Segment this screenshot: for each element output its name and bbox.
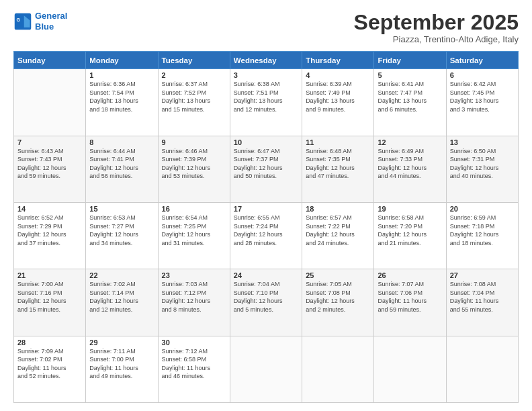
day-number: 21: [17, 271, 82, 279]
day-info: Sunrise: 6:52 AM Sunset: 7:29 PM Dayligh…: [17, 214, 82, 247]
table-row: [302, 336, 374, 402]
table-row: 23Sunrise: 7:03 AM Sunset: 7:12 PM Dayli…: [158, 269, 230, 336]
day-number: 23: [162, 271, 226, 279]
table-row: 29Sunrise: 7:11 AM Sunset: 7:00 PM Dayli…: [86, 336, 158, 402]
day-number: 24: [234, 271, 298, 279]
header: G General Blue September 2025 Piazza, Tr…: [13, 11, 519, 44]
table-row: 12Sunrise: 6:49 AM Sunset: 7:33 PM Dayli…: [374, 136, 446, 202]
table-row: [14, 69, 86, 136]
calendar-table: Sunday Monday Tuesday Wednesday Thursday…: [13, 51, 519, 403]
day-info: Sunrise: 7:05 AM Sunset: 7:08 PM Dayligh…: [306, 280, 370, 314]
table-row: 27Sunrise: 7:08 AM Sunset: 7:04 PM Dayli…: [446, 269, 518, 336]
day-number: 10: [234, 138, 298, 146]
day-info: Sunrise: 6:48 AM Sunset: 7:35 PM Dayligh…: [306, 147, 370, 181]
day-info: Sunrise: 6:44 AM Sunset: 7:41 PM Dayligh…: [89, 147, 154, 181]
day-info: Sunrise: 7:02 AM Sunset: 7:14 PM Dayligh…: [89, 280, 154, 314]
day-number: 9: [162, 138, 226, 146]
day-info: Sunrise: 7:03 AM Sunset: 7:12 PM Dayligh…: [162, 280, 226, 314]
day-number: 11: [306, 138, 370, 146]
day-number: 18: [306, 205, 370, 213]
col-friday: Friday: [374, 52, 446, 69]
table-row: 4Sunrise: 6:39 AM Sunset: 7:49 PM Daylig…: [302, 69, 374, 136]
table-row: 28Sunrise: 7:09 AM Sunset: 7:02 PM Dayli…: [14, 336, 86, 402]
table-row: [230, 336, 302, 402]
table-row: 9Sunrise: 6:46 AM Sunset: 7:39 PM Daylig…: [158, 136, 230, 202]
day-info: Sunrise: 6:53 AM Sunset: 7:27 PM Dayligh…: [89, 214, 154, 247]
logo-line1: General: [35, 11, 67, 21]
day-number: 1: [89, 71, 154, 79]
day-number: 22: [89, 271, 154, 279]
day-info: Sunrise: 6:47 AM Sunset: 7:37 PM Dayligh…: [234, 147, 298, 181]
col-tuesday: Tuesday: [158, 52, 230, 69]
day-number: 13: [450, 138, 515, 146]
day-info: Sunrise: 7:04 AM Sunset: 7:10 PM Dayligh…: [234, 280, 298, 314]
day-info: Sunrise: 7:11 AM Sunset: 7:00 PM Dayligh…: [89, 347, 154, 381]
table-row: 1Sunrise: 6:36 AM Sunset: 7:54 PM Daylig…: [86, 69, 158, 136]
day-info: Sunrise: 6:43 AM Sunset: 7:43 PM Dayligh…: [17, 147, 82, 181]
table-row: 15Sunrise: 6:53 AM Sunset: 7:27 PM Dayli…: [86, 202, 158, 269]
col-wednesday: Wednesday: [230, 52, 302, 69]
day-number: 8: [89, 138, 154, 146]
day-info: Sunrise: 6:55 AM Sunset: 7:24 PM Dayligh…: [234, 214, 298, 247]
col-sunday: Sunday: [14, 52, 86, 69]
location-subtitle: Piazza, Trentino-Alto Adige, Italy: [354, 34, 519, 44]
day-number: 2: [162, 71, 226, 79]
logo-icon: G: [13, 12, 32, 31]
table-row: [374, 336, 446, 402]
table-row: 21Sunrise: 7:00 AM Sunset: 7:16 PM Dayli…: [14, 269, 86, 336]
table-row: 14Sunrise: 6:52 AM Sunset: 7:29 PM Dayli…: [14, 202, 86, 269]
day-number: 20: [450, 205, 515, 213]
table-row: 2Sunrise: 6:37 AM Sunset: 7:52 PM Daylig…: [158, 69, 230, 136]
day-number: 5: [378, 71, 442, 79]
col-monday: Monday: [86, 52, 158, 69]
table-row: 16Sunrise: 6:54 AM Sunset: 7:25 PM Dayli…: [158, 202, 230, 269]
table-row: [446, 336, 518, 402]
day-number: 6: [450, 71, 515, 79]
day-number: 29: [89, 338, 154, 347]
table-row: 6Sunrise: 6:42 AM Sunset: 7:45 PM Daylig…: [446, 69, 518, 136]
day-info: Sunrise: 7:00 AM Sunset: 7:16 PM Dayligh…: [17, 280, 82, 314]
day-info: Sunrise: 6:59 AM Sunset: 7:18 PM Dayligh…: [450, 214, 515, 247]
table-row: 30Sunrise: 7:12 AM Sunset: 6:58 PM Dayli…: [158, 336, 230, 402]
day-number: 19: [378, 205, 442, 213]
table-row: 8Sunrise: 6:44 AM Sunset: 7:41 PM Daylig…: [86, 136, 158, 202]
day-number: 26: [378, 271, 442, 279]
day-info: Sunrise: 6:38 AM Sunset: 7:51 PM Dayligh…: [234, 80, 298, 113]
day-number: 25: [306, 271, 370, 279]
day-number: 3: [234, 71, 298, 79]
day-info: Sunrise: 6:49 AM Sunset: 7:33 PM Dayligh…: [378, 147, 442, 181]
day-info: Sunrise: 6:57 AM Sunset: 7:22 PM Dayligh…: [306, 214, 370, 247]
day-number: 15: [89, 205, 154, 213]
table-row: 3Sunrise: 6:38 AM Sunset: 7:51 PM Daylig…: [230, 69, 302, 136]
day-info: Sunrise: 7:08 AM Sunset: 7:04 PM Dayligh…: [450, 280, 515, 314]
table-row: 13Sunrise: 6:50 AM Sunset: 7:31 PM Dayli…: [446, 136, 518, 202]
page: G General Blue September 2025 Piazza, Tr…: [0, 0, 532, 411]
table-row: 26Sunrise: 7:07 AM Sunset: 7:06 PM Dayli…: [374, 269, 446, 336]
day-info: Sunrise: 6:46 AM Sunset: 7:39 PM Dayligh…: [162, 147, 226, 181]
day-number: 28: [17, 338, 82, 347]
day-info: Sunrise: 6:36 AM Sunset: 7:54 PM Dayligh…: [89, 80, 154, 113]
day-number: 17: [234, 205, 298, 213]
table-row: 18Sunrise: 6:57 AM Sunset: 7:22 PM Dayli…: [302, 202, 374, 269]
day-info: Sunrise: 6:39 AM Sunset: 7:49 PM Dayligh…: [306, 80, 370, 113]
day-number: 12: [378, 138, 442, 146]
day-info: Sunrise: 6:50 AM Sunset: 7:31 PM Dayligh…: [450, 147, 515, 181]
day-number: 14: [17, 205, 82, 213]
table-row: 5Sunrise: 6:41 AM Sunset: 7:47 PM Daylig…: [374, 69, 446, 136]
table-row: 20Sunrise: 6:59 AM Sunset: 7:18 PM Dayli…: [446, 202, 518, 269]
title-block: September 2025 Piazza, Trentino-Alto Adi…: [354, 11, 519, 44]
table-row: 24Sunrise: 7:04 AM Sunset: 7:10 PM Dayli…: [230, 269, 302, 336]
table-row: 11Sunrise: 6:48 AM Sunset: 7:35 PM Dayli…: [302, 136, 374, 202]
calendar-header-row: Sunday Monday Tuesday Wednesday Thursday…: [14, 52, 519, 69]
day-info: Sunrise: 6:42 AM Sunset: 7:45 PM Dayligh…: [450, 80, 515, 113]
day-info: Sunrise: 7:09 AM Sunset: 7:02 PM Dayligh…: [17, 347, 82, 381]
day-number: 27: [450, 271, 515, 279]
day-info: Sunrise: 7:07 AM Sunset: 7:06 PM Dayligh…: [378, 280, 442, 314]
day-info: Sunrise: 6:37 AM Sunset: 7:52 PM Dayligh…: [162, 80, 226, 113]
table-row: 10Sunrise: 6:47 AM Sunset: 7:37 PM Dayli…: [230, 136, 302, 202]
day-number: 7: [17, 138, 82, 146]
month-title: September 2025: [354, 11, 519, 34]
day-info: Sunrise: 6:54 AM Sunset: 7:25 PM Dayligh…: [162, 214, 226, 247]
day-info: Sunrise: 6:58 AM Sunset: 7:20 PM Dayligh…: [378, 214, 442, 247]
logo-text: General Blue: [35, 11, 67, 32]
